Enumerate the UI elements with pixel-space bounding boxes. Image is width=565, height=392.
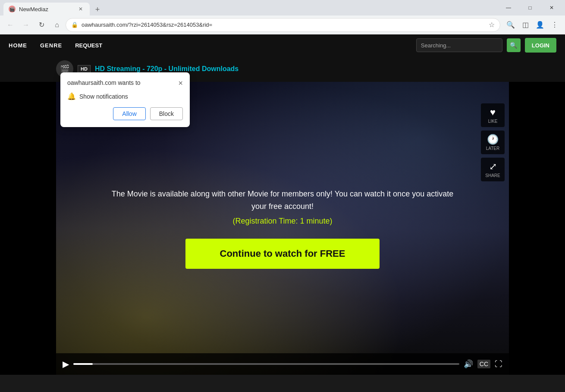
window-controls: — □ ✕ <box>499 1 562 15</box>
tab-close-button[interactable]: ✕ <box>77 5 85 13</box>
search-input[interactable]: Searching... <box>421 42 498 49</box>
play-button[interactable]: ▶ <box>63 359 69 369</box>
login-button[interactable]: LOGIN <box>525 38 556 53</box>
home-button[interactable]: ⌂ <box>50 18 64 32</box>
notification-row-text: Show notifications <box>79 93 128 100</box>
nav-home[interactable]: HOME <box>9 42 27 49</box>
block-button[interactable]: Block <box>150 107 183 120</box>
streaming-text: HD Streaming - 720p - Unlimited Download… <box>95 65 239 73</box>
hd-badge: HD <box>78 65 91 73</box>
allow-button[interactable]: Allow <box>113 107 145 120</box>
volume-button[interactable]: 🔊 <box>464 359 473 369</box>
zoom-button[interactable]: 🔍 <box>504 18 518 32</box>
forward-button[interactable]: → <box>19 18 33 32</box>
search-box[interactable]: Searching... <box>416 38 502 52</box>
toolbar-icons: 🔍 ◫ 👤 ⋮ <box>504 18 562 32</box>
close-button[interactable]: ✕ <box>542 1 562 15</box>
tab-area: 🎬 NewMediaz ✕ + <box>3 0 497 16</box>
minimize-button[interactable]: — <box>499 1 518 15</box>
menu-button[interactable]: ⋮ <box>548 18 562 32</box>
overlay-message: The Movie is available along with other … <box>108 188 457 213</box>
bell-icon: 🔔 <box>67 92 76 100</box>
main-content: HOME GENRE REQUEST Searching... 🔍 LOGIN … <box>0 34 565 392</box>
heart-icon: ♥ <box>490 107 496 118</box>
title-bar: 🎬 NewMediaz ✕ + — □ ✕ <box>0 0 565 16</box>
share-button[interactable]: ⤢ SHARE <box>481 158 505 181</box>
downloads-button[interactable]: ◫ <box>518 18 532 32</box>
url-text: oawhaursaith.com/?rzi=2614053&rsz=261405… <box>82 22 485 28</box>
later-button[interactable]: 🕐 LATER <box>481 131 505 154</box>
notification-popup: oawhaursaith.com wants to × 🔔 Show notif… <box>60 72 190 127</box>
nav-genre[interactable]: GENRE <box>40 42 62 49</box>
new-tab-button[interactable]: + <box>91 3 104 16</box>
refresh-button[interactable]: ↻ <box>35 18 48 32</box>
later-label: LATER <box>486 146 500 151</box>
bookmark-icon[interactable]: ☆ <box>489 21 495 29</box>
side-panel: ♥ LIKE 🕐 LATER ⤢ SHARE <box>481 103 505 181</box>
address-bar: ← → ↻ ⌂ 🔒 oawhaursaith.com/?rzi=2614053&… <box>0 16 565 34</box>
site-search: Searching... 🔍 LOGIN <box>416 38 556 53</box>
maximize-button[interactable]: □ <box>520 1 540 15</box>
share-icon: ⤢ <box>489 161 497 172</box>
profile-button[interactable]: 👤 <box>533 18 547 32</box>
progress-fill <box>73 363 93 365</box>
like-button[interactable]: ♥ LIKE <box>481 103 505 127</box>
popup-header: oawhaursaith.com wants to × <box>67 79 183 87</box>
fullscreen-button[interactable]: ⛶ <box>495 360 502 369</box>
browser-tab[interactable]: 🎬 NewMediaz ✕ <box>3 3 90 16</box>
overlay-registration: (Registration Time: 1 minute) <box>108 217 457 226</box>
popup-title: oawhaursaith.com wants to <box>67 79 141 86</box>
nav-request[interactable]: REQUEST <box>75 42 102 49</box>
video-overlay: The Movie is available along with other … <box>99 179 466 278</box>
url-bar[interactable]: 🔒 oawhaursaith.com/?rzi=2614053&rsz=2614… <box>66 18 500 32</box>
clock-icon: 🕐 <box>487 134 499 145</box>
lock-icon: 🔒 <box>71 22 78 28</box>
site-nav: HOME GENRE REQUEST Searching... 🔍 LOGIN <box>0 34 565 56</box>
video-controls: ▶ 🔊 CC ⛶ <box>56 353 509 375</box>
share-label: SHARE <box>485 173 500 178</box>
popup-notification-row: 🔔 Show notifications <box>67 92 183 100</box>
popup-buttons: Allow Block <box>67 107 183 120</box>
tab-favicon: 🎬 <box>9 6 16 12</box>
like-label: LIKE <box>488 119 498 124</box>
continue-watch-button[interactable]: Continue to watch for FREE <box>185 239 380 269</box>
tab-title: NewMediaz <box>19 6 73 12</box>
back-button[interactable]: ← <box>3 18 17 32</box>
popup-close-button[interactable]: × <box>178 79 183 87</box>
search-button[interactable]: 🔍 <box>507 38 521 52</box>
progress-bar[interactable] <box>73 363 459 365</box>
cc-button[interactable]: CC <box>477 360 490 368</box>
